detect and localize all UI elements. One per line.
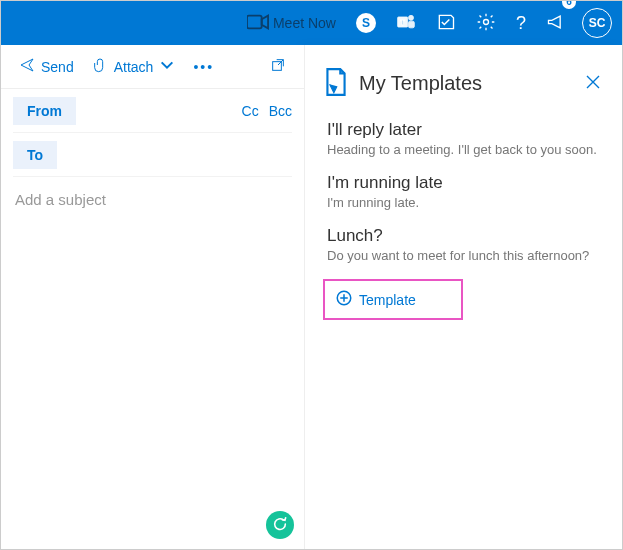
template-title: I'm running late (327, 173, 604, 193)
svg-point-3 (408, 15, 413, 20)
avatar-initials: SC (589, 16, 606, 30)
svg-rect-4 (408, 21, 414, 28)
grammarly-button[interactable] (266, 511, 294, 539)
send-label: Send (41, 59, 74, 75)
help-icon: ? (516, 13, 526, 34)
settings-button[interactable] (472, 1, 500, 45)
template-body: I'm running late. (327, 195, 604, 210)
compose-command-bar: Send Attach ••• (1, 45, 304, 89)
bcc-button[interactable]: Bcc (269, 103, 292, 119)
attach-button[interactable]: Attach (86, 53, 182, 80)
close-icon (586, 76, 600, 92)
popout-icon (270, 57, 286, 76)
meet-now-label: Meet Now (273, 15, 336, 31)
templates-icon (323, 67, 349, 100)
megaphone-icon (546, 12, 566, 35)
send-button[interactable]: Send (13, 53, 80, 80)
close-panel-button[interactable] (582, 71, 604, 96)
help-button[interactable]: ? (512, 1, 530, 45)
add-template-button[interactable]: Template (323, 279, 463, 320)
gear-icon (476, 12, 496, 35)
app-topbar: Meet Now S T ? 6 SC (1, 1, 622, 45)
compose-pane: Send Attach ••• From Cc Bcc (1, 45, 304, 549)
template-item[interactable]: I'm running late I'm running late. (327, 167, 604, 220)
template-body: Heading to a meeting. I'll get back to y… (327, 142, 604, 157)
template-list: I'll reply later Heading to a meeting. I… (305, 114, 622, 273)
template-item[interactable]: Lunch? Do you want to meet for lunch thi… (327, 220, 604, 273)
teams-button[interactable]: T (392, 1, 420, 45)
teams-icon: T (396, 12, 416, 35)
to-input[interactable] (67, 146, 292, 163)
svg-point-5 (483, 19, 488, 24)
skype-icon: S (356, 13, 376, 33)
svg-rect-0 (247, 15, 262, 28)
template-title: Lunch? (327, 226, 604, 246)
template-title: I'll reply later (327, 120, 604, 140)
todo-icon (436, 12, 456, 35)
grammarly-icon (272, 516, 288, 535)
attach-icon (92, 57, 108, 76)
todo-button[interactable] (432, 1, 460, 45)
video-icon (247, 14, 269, 33)
subject-input[interactable] (13, 190, 292, 209)
panel-title: My Templates (359, 72, 482, 95)
account-avatar[interactable]: SC (582, 8, 612, 38)
template-body: Do you want to meet for lunch this after… (327, 248, 604, 263)
add-template-label: Template (359, 292, 416, 308)
notification-badge: 6 (562, 0, 576, 9)
template-item[interactable]: I'll reply later Heading to a meeting. I… (327, 114, 604, 167)
send-icon (19, 57, 35, 76)
cc-button[interactable]: Cc (242, 103, 259, 119)
more-actions-button[interactable]: ••• (187, 55, 220, 79)
my-templates-panel: My Templates I'll reply later Heading to… (304, 45, 622, 549)
ellipsis-icon: ••• (193, 59, 214, 75)
meet-now-button[interactable]: Meet Now (243, 1, 340, 45)
to-button[interactable]: To (13, 141, 57, 169)
to-row: To (13, 133, 292, 177)
chevron-down-icon (159, 57, 175, 76)
plus-circle-icon (335, 289, 353, 310)
svg-text:T: T (400, 17, 405, 26)
announcements-button[interactable]: 6 (542, 1, 570, 45)
from-row: From Cc Bcc (13, 89, 292, 133)
subject-row (13, 177, 292, 221)
attach-label: Attach (114, 59, 154, 75)
from-button[interactable]: From (13, 97, 76, 125)
skype-button[interactable]: S (352, 1, 380, 45)
popout-button[interactable] (264, 53, 292, 80)
